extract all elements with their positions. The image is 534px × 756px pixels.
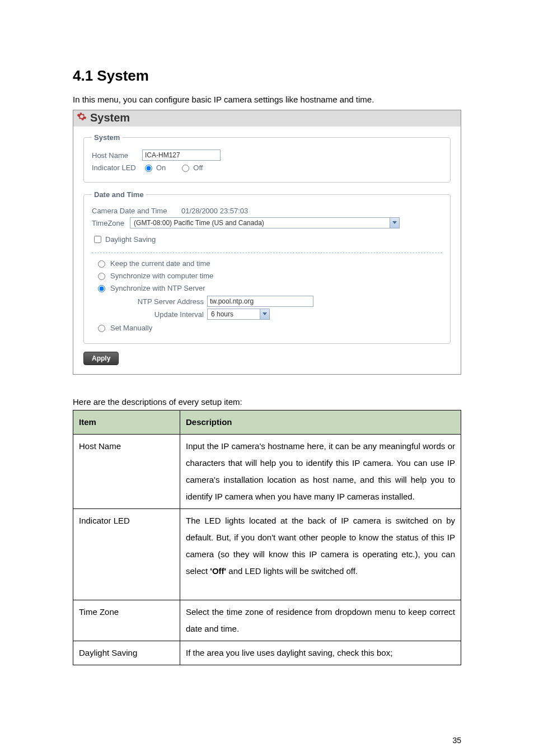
group-legend: System <box>92 133 122 142</box>
timezone-label: TimeZone <box>92 219 124 227</box>
intro-text: In this menu, you can configure basic IP… <box>73 95 461 104</box>
daylight-label: Daylight Saving <box>105 235 156 244</box>
gear-icon <box>77 111 87 124</box>
th-desc: Description <box>180 410 461 435</box>
hostname-label: Host Name <box>92 151 137 160</box>
camera-dt-label: Camera Date and Time <box>92 207 176 215</box>
panel-header: System <box>73 110 461 127</box>
group-legend: Date and Time <box>92 190 146 199</box>
cell-item: Time Zone <box>73 600 180 641</box>
keep-current-radio[interactable] <box>98 260 105 268</box>
th-item: Item <box>73 410 180 435</box>
radio-label: Keep the current date and time <box>110 259 210 268</box>
cell-item: Daylight Saving <box>73 641 180 665</box>
cell-desc: Input the IP camera's hostname here, it … <box>180 435 461 509</box>
radio-label: Set Manually <box>110 324 152 332</box>
ntp-address-label: NTP Server Address <box>131 297 204 306</box>
hostname-input[interactable] <box>142 150 221 161</box>
system-panel: System System Host Name Indicator LED On <box>73 110 461 375</box>
timezone-select[interactable]: (GMT-08:00) Pacific Time (US and Canada) <box>130 217 400 228</box>
description-table: Item Description Host Name Input the IP … <box>73 410 461 665</box>
cell-item: Host Name <box>73 435 180 509</box>
separator <box>92 253 442 253</box>
cell-desc: Select the time zone of residence from d… <box>180 600 461 641</box>
datetime-group: Date and Time Camera Date and Time 01/28… <box>83 190 451 344</box>
update-interval-select[interactable]: 6 hours <box>207 309 270 320</box>
cell-desc: The LED lights located at the back of IP… <box>180 509 461 600</box>
system-group: System Host Name Indicator LED On Off <box>83 133 451 183</box>
indicator-on-radio[interactable] <box>145 165 152 172</box>
page-title: 4.1 System <box>73 67 461 85</box>
chevron-down-icon <box>260 309 269 319</box>
page-number: 35 <box>452 736 461 745</box>
sync-ntp-radio[interactable] <box>98 285 105 292</box>
cell-item: Indicator LED <box>73 509 180 600</box>
radio-label: Off <box>193 164 203 172</box>
indicator-off-radio[interactable] <box>182 165 189 172</box>
set-manually-radio[interactable] <box>98 325 105 332</box>
table-row: Time Zone Select the time zone of reside… <box>73 600 461 641</box>
daylight-checkbox[interactable] <box>94 236 101 243</box>
ntp-address-input[interactable] <box>207 296 313 307</box>
sync-pc-radio[interactable] <box>98 273 105 280</box>
cell-desc: If the area you live uses daylight savin… <box>180 641 461 665</box>
timezone-value: (GMT-08:00) Pacific Time (US and Canada) <box>130 219 390 227</box>
radio-label: On <box>156 164 166 172</box>
radio-label: Synchronize with NTP Server <box>110 284 205 292</box>
panel-title: System <box>90 111 130 124</box>
table-row: Indicator LED The LED lights located at … <box>73 509 461 600</box>
camera-dt-value: 01/28/2000 23:57:03 <box>181 207 248 215</box>
radio-label: Synchronize with computer time <box>110 272 213 280</box>
indicator-led-label: Indicator LED <box>92 164 137 172</box>
update-interval-value: 6 hours <box>208 310 260 318</box>
apply-button[interactable]: Apply <box>83 352 119 365</box>
chevron-down-icon <box>390 218 399 228</box>
table-row: Host Name Input the IP camera's hostname… <box>73 435 461 509</box>
update-interval-label: Update Interval <box>131 310 204 319</box>
table-intro: Here are the descriptions of every setup… <box>73 397 461 407</box>
table-row: Daylight Saving If the area you live use… <box>73 641 461 665</box>
